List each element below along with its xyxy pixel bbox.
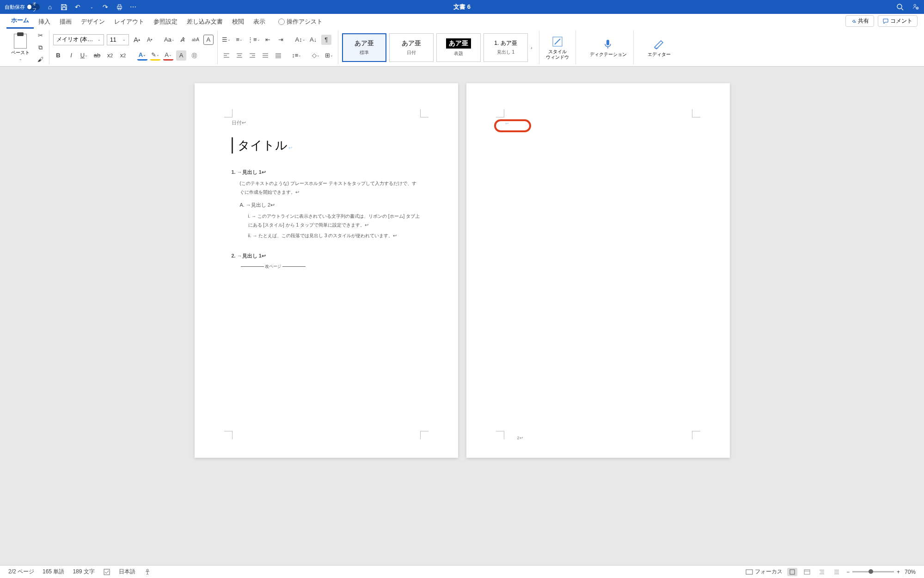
title-text[interactable]: タイトル↩ bbox=[232, 137, 421, 154]
font-color-icon[interactable]: A⌄ bbox=[163, 50, 173, 61]
copy-icon[interactable]: ⧉ bbox=[35, 43, 45, 53]
bold-button[interactable]: B bbox=[53, 50, 63, 61]
tell-me[interactable]: 操作アシスト bbox=[274, 15, 327, 29]
clear-format-icon[interactable]: A̷ bbox=[177, 35, 188, 45]
web-layout-view-icon[interactable] bbox=[802, 568, 812, 576]
character-border-icon[interactable]: A bbox=[203, 35, 214, 45]
zoom-track[interactable] bbox=[852, 571, 894, 572]
styles-pane-button[interactable]: スタイル ウィンドウ bbox=[539, 31, 575, 64]
dictation-button[interactable]: ディクテーション bbox=[583, 31, 633, 64]
font-name-combo[interactable]: メイリオ (本…⌄ bbox=[53, 34, 104, 45]
print-icon[interactable] bbox=[116, 3, 123, 11]
tab-view[interactable]: 表示 bbox=[249, 15, 270, 29]
spellcheck-icon[interactable] bbox=[103, 568, 110, 576]
outline-view-icon[interactable] bbox=[817, 568, 827, 576]
body-paragraph[interactable]: (このテキストのような) プレースホルダー テキストをタップして入力するだけで、… bbox=[240, 179, 421, 197]
show-marks-icon[interactable]: ¶ bbox=[321, 35, 331, 45]
tab-layout[interactable]: レイアウト bbox=[110, 15, 149, 29]
paste-button[interactable]: ペースト ⌄ bbox=[7, 34, 33, 61]
shrink-font-icon[interactable]: A▾ bbox=[145, 35, 155, 45]
heading2-a[interactable]: A. →見出し 2↩ bbox=[240, 200, 421, 210]
account-icon[interactable] bbox=[912, 3, 919, 11]
editor-button[interactable]: エディター bbox=[641, 31, 677, 64]
home-icon[interactable]: ⌂ bbox=[46, 3, 54, 11]
tab-draw[interactable]: 描画 bbox=[55, 15, 76, 29]
more-icon[interactable]: ⋯ bbox=[129, 3, 137, 11]
highlight-icon[interactable]: ✎⌄ bbox=[150, 50, 160, 61]
style-normal[interactable]: あア亜 標準 bbox=[342, 33, 386, 62]
list-item[interactable]: i. → このアウトラインに表示されている文字列の書式は、リボンの [ホーム] … bbox=[248, 212, 421, 229]
bullets-icon[interactable]: ☰⌄ bbox=[221, 35, 232, 45]
sort-icon[interactable]: A↓ bbox=[308, 35, 318, 45]
page-break-marker[interactable]: 改ページ bbox=[240, 263, 421, 271]
underline-button[interactable]: U⌄ bbox=[79, 50, 89, 61]
undo-icon[interactable]: ↶ bbox=[74, 3, 81, 11]
shading-icon[interactable]: ◇⌄ bbox=[311, 50, 321, 61]
word-count[interactable]: 165 単語 bbox=[43, 568, 64, 576]
language-status[interactable]: 日本語 bbox=[119, 568, 135, 576]
heading1-b[interactable]: 2. →見出し 1↩ bbox=[232, 251, 421, 261]
borders-icon[interactable]: ⊞⌄ bbox=[324, 50, 334, 61]
autosave-control[interactable]: 自動保存 オフ bbox=[5, 4, 40, 11]
style-heading1[interactable]: 1. あア亜 見出し 1 bbox=[483, 33, 528, 62]
share-button[interactable]: 共有 bbox=[845, 15, 874, 27]
align-left-icon[interactable] bbox=[221, 50, 232, 61]
character-shading-icon[interactable]: A bbox=[176, 50, 186, 61]
superscript-button[interactable]: x2 bbox=[118, 50, 128, 61]
document-canvas[interactable]: 日付↩ タイトル↩ 1. →見出し 1↩ (このテキストのような) プレースホル… bbox=[0, 67, 924, 565]
increase-indent-icon[interactable]: ⇥ bbox=[276, 35, 286, 45]
undo-dropdown-icon[interactable]: ⌄ bbox=[88, 3, 95, 11]
font-size-combo[interactable]: 11⌄ bbox=[107, 34, 129, 45]
focus-mode-button[interactable]: フォーカス bbox=[746, 568, 783, 576]
tab-mailings[interactable]: 差し込み文書 bbox=[182, 15, 227, 29]
format-painter-icon[interactable]: 🖌 bbox=[35, 55, 45, 65]
date-placeholder[interactable]: 日付↩ bbox=[232, 119, 421, 126]
multilevel-icon[interactable]: ⋮≡⌄ bbox=[247, 35, 260, 45]
empty-paragraph[interactable]: ↩ bbox=[505, 121, 693, 126]
enclose-char-icon[interactable]: ㊐ bbox=[189, 50, 199, 61]
accessibility-icon[interactable] bbox=[144, 568, 151, 576]
cut-icon[interactable]: ✂ bbox=[35, 31, 45, 41]
style-date[interactable]: あア亜 日付 bbox=[389, 33, 434, 62]
style-title[interactable]: あア亜 表題 bbox=[436, 33, 481, 62]
numbering-icon[interactable]: ≡⌄ bbox=[234, 35, 245, 45]
decrease-indent-icon[interactable]: ⇤ bbox=[263, 35, 273, 45]
distribute-icon[interactable] bbox=[273, 50, 283, 61]
text-direction-icon[interactable]: A↕⌄ bbox=[295, 35, 306, 45]
align-right-icon[interactable] bbox=[247, 50, 257, 61]
heading1-a[interactable]: 1. →見出し 1↩ bbox=[232, 167, 421, 177]
autosave-toggle[interactable]: オフ bbox=[27, 4, 40, 10]
save-icon[interactable] bbox=[60, 3, 67, 11]
tab-review[interactable]: 校閲 bbox=[227, 15, 249, 29]
zoom-out-icon[interactable]: − bbox=[846, 569, 850, 575]
list-item[interactable]: ii. → たとえば、この段落では見出し 3 のスタイルが使われています。↩ bbox=[248, 231, 421, 240]
phonetic-guide-icon[interactable]: abA bbox=[190, 35, 201, 45]
tab-design[interactable]: デザイン bbox=[76, 15, 110, 29]
tab-insert[interactable]: 挿入 bbox=[34, 15, 55, 29]
grow-font-icon[interactable]: A▴ bbox=[132, 35, 142, 45]
zoom-level[interactable]: 70% bbox=[905, 569, 916, 575]
subscript-button[interactable]: x2 bbox=[105, 50, 115, 61]
align-center-icon[interactable] bbox=[234, 50, 245, 61]
line-spacing-icon[interactable]: ↕≡⌄ bbox=[292, 50, 302, 61]
page-count[interactable]: 2/2 ページ bbox=[8, 568, 34, 576]
text-effects-icon[interactable]: A⌄ bbox=[137, 50, 147, 61]
styles-more-icon[interactable]: › bbox=[528, 45, 535, 50]
zoom-in-icon[interactable]: + bbox=[897, 569, 900, 575]
print-layout-view-icon[interactable] bbox=[787, 568, 797, 576]
redo-icon[interactable]: ↷ bbox=[102, 3, 109, 11]
zoom-slider[interactable]: − + bbox=[846, 569, 900, 575]
italic-button[interactable]: I bbox=[66, 50, 76, 61]
justify-icon[interactable] bbox=[260, 50, 270, 61]
draft-view-icon[interactable] bbox=[832, 568, 842, 576]
char-count[interactable]: 189 文字 bbox=[73, 568, 94, 576]
page-2[interactable]: ↩ 2↩ bbox=[466, 83, 730, 458]
comment-button[interactable]: コメント bbox=[878, 15, 918, 27]
zoom-thumb[interactable] bbox=[869, 569, 873, 574]
page-1[interactable]: 日付↩ タイトル↩ 1. →見出し 1↩ (このテキストのような) プレースホル… bbox=[195, 83, 458, 458]
change-case-icon[interactable]: Aa⌄ bbox=[164, 35, 175, 45]
tab-references[interactable]: 参照設定 bbox=[149, 15, 182, 29]
strikethrough-button[interactable]: ab bbox=[92, 50, 102, 61]
search-icon[interactable] bbox=[896, 3, 904, 11]
tab-home[interactable]: ホーム bbox=[6, 13, 34, 29]
